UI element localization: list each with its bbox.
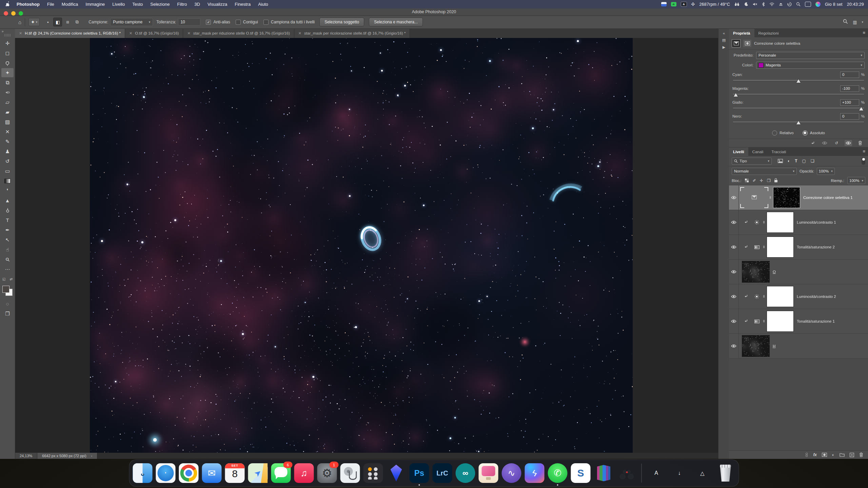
panel-menu-icon[interactable]: ≡: [863, 149, 865, 154]
lock-artboard-icon[interactable]: ❐: [767, 178, 771, 183]
layer-visibility-icon[interactable]: [729, 235, 739, 259]
dock-icon-arduino[interactable]: ∞: [456, 463, 475, 483]
delete-icon[interactable]: [856, 140, 864, 146]
dock-icon-calculator[interactable]: [363, 463, 383, 483]
layer-filter-search[interactable]: Tipo▾: [732, 158, 772, 165]
dock-icon-folder-drive[interactable]: △: [693, 463, 712, 483]
layer-mask-thumbnail[interactable]: [767, 311, 794, 332]
document-tab-4[interactable]: ✕star_mask per ricolorazione stelle.tif …: [294, 28, 410, 38]
type-tool[interactable]: T: [1, 216, 14, 225]
tab-proprietà[interactable]: Proprietà: [729, 29, 754, 37]
hand-tool[interactable]: ☝: [1, 245, 14, 254]
checkbox-anti-alias[interactable]: ✓Anti-alias: [206, 20, 230, 25]
layer-row-3[interactable]: ∞Tonalità/saturazione 2: [729, 235, 868, 260]
seleziona-soggetto-button[interactable]: Seleziona soggetto: [319, 18, 364, 26]
adjustment-layer-icon-box[interactable]: [740, 187, 768, 208]
slider-value-input[interactable]: 0: [840, 113, 859, 120]
dock-icon-lightroom[interactable]: LrC: [433, 463, 452, 483]
selective-color-icon[interactable]: [732, 39, 741, 47]
link-layers-icon[interactable]: [805, 452, 808, 457]
dock-icon-chrome[interactable]: [179, 463, 199, 483]
edit-toolbar[interactable]: ⋯: [1, 265, 14, 274]
dock-icon-messenger[interactable]: ϟ: [525, 463, 545, 483]
sharpen-tool[interactable]: ▲: [1, 196, 14, 205]
dock-icon-maps[interactable]: ➤: [248, 463, 268, 483]
document-tab-3[interactable]: ✕star_mask per riduzione stelle O.tif @ …: [183, 28, 294, 38]
foreground-color-swatch[interactable]: [2, 286, 9, 293]
dock-icon-safari[interactable]: [156, 463, 176, 483]
lock-move-icon[interactable]: ✛: [760, 178, 763, 183]
screen-mode-icon[interactable]: ❐: [1, 309, 14, 318]
layer-visibility-icon[interactable]: [729, 210, 739, 235]
menu-item-selezione[interactable]: Selezione: [146, 0, 173, 8]
new-adjustment-icon[interactable]: ◐: [832, 453, 834, 457]
menu-item-photoshop[interactable]: Photoshop: [13, 0, 43, 8]
canvas-area[interactable]: 24,13% 6642 px x 5080 px (72 ppi) ›: [15, 38, 718, 459]
hue-saturation-icon[interactable]: [752, 245, 762, 249]
eject-icon[interactable]: [779, 0, 783, 8]
eyedropper-tool[interactable]: ✑: [1, 88, 14, 97]
mask-link-icon[interactable]: ∞: [762, 220, 767, 224]
dock-icon-cleanmymac[interactable]: [479, 463, 498, 483]
checkbox-campiona-da-tutti-i-livelli[interactable]: Campiona da tutti i livelli: [263, 20, 315, 25]
delete-layer-icon[interactable]: [859, 452, 863, 457]
current-tool-icon[interactable]: ✦▾: [28, 18, 40, 26]
dock-icon-whatsapp[interactable]: ✆: [548, 463, 568, 483]
layer-name[interactable]: Tonalità/saturazione 1: [797, 319, 835, 323]
layer-visibility-icon[interactable]: [729, 185, 739, 210]
layer-name[interactable]: O: [773, 270, 776, 274]
dock-icon-trash[interactable]: [716, 463, 735, 483]
menu-item-file[interactable]: File: [43, 0, 58, 8]
workspace-icon[interactable]: ▥: [853, 20, 857, 25]
mask-link-icon[interactable]: ∞: [762, 245, 767, 249]
fan-status[interactable]: 2687rpm / 49°C: [699, 2, 730, 7]
magic-wand-tool[interactable]: ✦: [1, 68, 14, 77]
mask-link-icon[interactable]: ∞: [762, 294, 767, 299]
lock-transparency-icon[interactable]: [745, 178, 749, 183]
subtract-from-selection[interactable]: ⧈: [63, 18, 72, 26]
lasso-tool[interactable]: Ϙ: [1, 58, 14, 67]
default-swatches-icon[interactable]: ◱⇄: [2, 277, 13, 281]
close-window-button[interactable]: [4, 11, 8, 16]
layer-thumbnail[interactable]: [742, 335, 770, 357]
layer-mask-thumbnail[interactable]: [767, 286, 794, 307]
expand-panels-icon[interactable]: «: [718, 31, 729, 35]
gradient-tool[interactable]: [1, 176, 14, 185]
dock-icon-music[interactable]: ♫: [294, 463, 314, 483]
slider-track[interactable]: [733, 79, 864, 83]
layer-name[interactable]: H: [773, 344, 775, 348]
history-brush-tool[interactable]: ↺: [1, 157, 14, 166]
tab-tracciati[interactable]: Tracciati: [767, 147, 790, 156]
quick-mask-icon[interactable]: ◌: [1, 299, 14, 308]
slider-value-input[interactable]: -100: [840, 85, 859, 92]
shape-filter-icon[interactable]: ▢: [802, 159, 806, 163]
filter-toggle[interactable]: [862, 157, 865, 165]
zoom-window-button[interactable]: [19, 11, 23, 16]
tab-canali[interactable]: Canali: [748, 147, 768, 156]
blur-tool[interactable]: ❜: [1, 186, 14, 195]
slider-thumb[interactable]: [796, 121, 801, 124]
layer-name[interactable]: Tonalità/saturazione 2: [797, 245, 835, 249]
slider-thumb[interactable]: [859, 107, 863, 110]
opacity-input[interactable]: 100%▾: [817, 168, 835, 175]
document-image[interactable]: [90, 38, 633, 453]
new-group-icon[interactable]: [840, 453, 845, 457]
menu-item-immagine[interactable]: Immagine: [82, 0, 108, 8]
dock-icon-binoc[interactable]: [617, 463, 637, 483]
toggle-previous-state-icon[interactable]: [821, 140, 828, 146]
path-selection-tool[interactable]: ↖: [1, 235, 14, 244]
menu-item-visualizza[interactable]: Visualizza: [204, 0, 231, 8]
slider-value-input[interactable]: 0: [840, 72, 859, 78]
panel-menu-icon[interactable]: ≡: [863, 30, 865, 35]
dock-icon-folder-apps[interactable]: A: [647, 463, 666, 483]
new-selection[interactable]: ▪: [44, 18, 52, 26]
dock-icon-mail[interactable]: ✉: [202, 463, 222, 483]
content-aware-move-tool[interactable]: ✕: [1, 127, 14, 136]
radio-assoluto[interactable]: Assoluto: [803, 130, 825, 136]
hue-saturation-icon[interactable]: [752, 320, 762, 323]
campione-select[interactable]: Punto campione▾: [110, 18, 153, 26]
checkbox-box[interactable]: [263, 20, 269, 25]
siri-icon[interactable]: [815, 0, 821, 8]
tools-grip[interactable]: [4, 34, 11, 37]
layer-mask-thumbnail[interactable]: [773, 187, 800, 208]
